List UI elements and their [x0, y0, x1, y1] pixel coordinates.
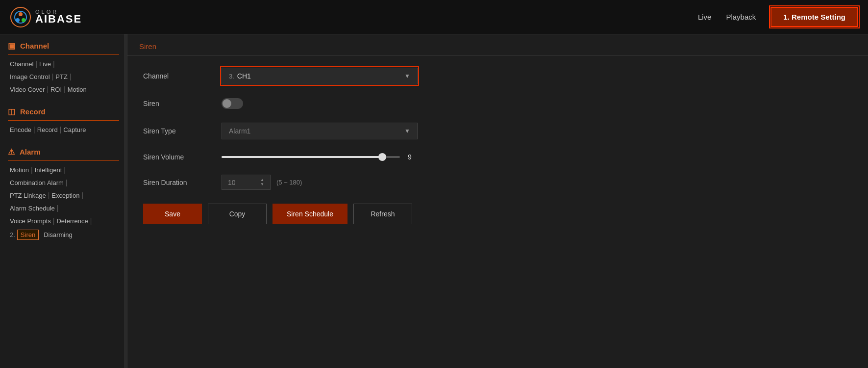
sidebar-alarm-links: Motion | Intelligent | Combination Alarm…: [8, 166, 119, 243]
duration-up[interactable]: ▲: [260, 178, 264, 182]
sidebar-channel-row3: Video Cover | ROI |: [10, 85, 68, 93]
sidebar-alarm-row1: Motion | Intelligent |: [10, 166, 68, 174]
siren-duration-container: 10 ▲ ▼ (5 ~ 180): [222, 175, 418, 190]
siren-type-arrow: ▼: [404, 128, 410, 134]
sidebar-link-deterrence[interactable]: Deterrence: [56, 217, 88, 225]
sidebar-alarm-title: ⚠ Alarm: [8, 147, 119, 161]
siren-duration-input[interactable]: 10 ▲ ▼: [222, 175, 271, 190]
svg-point-2: [19, 12, 23, 16]
slider-thumb: [378, 153, 386, 161]
sidebar-alarm-row3: PTZ Linkage | Exception |: [10, 191, 85, 199]
sidebar: ▣ Channel Channel | Live | Image Control…: [0, 34, 127, 368]
channel-row: Channel 3. CH1 ▼: [143, 68, 852, 84]
sidebar-link-capture[interactable]: Capture: [63, 126, 86, 133]
sidebar-link-live[interactable]: Live: [39, 60, 51, 68]
siren-type-row: Siren Type Alarm1 ▼: [143, 123, 852, 139]
sidebar-alarm-row4: Alarm Schedule |: [10, 204, 60, 212]
sidebar-channel-row2: Image Control | PTZ |: [10, 73, 74, 80]
logo-text: AIBASE: [35, 13, 82, 25]
action-buttons-row: Save Copy Siren Schedule Refresh: [143, 204, 852, 224]
sidebar-link-siren[interactable]: Siren: [17, 230, 39, 240]
nav-playback[interactable]: Playback: [726, 13, 756, 21]
remote-setting-button[interactable]: 1. Remote Setting: [770, 7, 858, 27]
sidebar-alarm-row5: Voice Prompts | Deterrence |: [10, 217, 94, 225]
form-area: Channel 3. CH1 ▼ Siren: [127, 56, 868, 236]
sidebar-alarm-row2: Combination Alarm |: [10, 179, 69, 186]
duration-spinners: ▲ ▼: [260, 178, 264, 186]
siren-schedule-button[interactable]: Siren Schedule: [273, 204, 347, 224]
header-nav: Live Playback 1. Remote Setting: [698, 7, 858, 27]
save-button[interactable]: Save: [143, 204, 202, 224]
sidebar-link-motion[interactable]: Motion: [68, 86, 87, 93]
siren-volume-slider-container: 9: [222, 153, 418, 161]
sidebar-link-ptz-linkage[interactable]: PTZ Linkage: [10, 192, 46, 199]
channel-dropdown-arrow: ▼: [404, 73, 410, 79]
sidebar-link-channel[interactable]: Channel: [10, 60, 33, 68]
siren-volume-value: 9: [408, 153, 418, 161]
sidebar-alarm-row6: 2. Siren Disarming: [10, 230, 73, 240]
sidebar-link-alarm-schedule[interactable]: Alarm Schedule: [10, 205, 55, 212]
sidebar-link-exception[interactable]: Exception: [51, 192, 79, 199]
channel-icon: ▣: [8, 41, 15, 51]
siren-type-dropdown[interactable]: Alarm1 ▼: [222, 123, 418, 139]
siren-toggle-label: Siren: [143, 100, 222, 107]
siren-duration-label: Siren Duration: [143, 179, 222, 186]
sidebar-channel-row1: Channel | Live |: [10, 60, 57, 68]
duration-down[interactable]: ▼: [260, 183, 264, 186]
svg-point-4: [22, 18, 25, 22]
svg-point-3: [16, 18, 20, 22]
siren-type-value: Alarm1: [229, 127, 404, 135]
refresh-button[interactable]: Refresh: [353, 204, 412, 224]
sidebar-channel-title: ▣ Channel: [8, 41, 119, 55]
sidebar-section-record: ◫ Record Encode | Record | Capture: [0, 100, 127, 140]
sidebar-channel-row4: Motion: [68, 85, 87, 93]
sidebar-record-row1: Encode | Record | Capture: [10, 126, 86, 133]
toggle-knob: [223, 99, 231, 108]
channel-dropdown[interactable]: 3. CH1 ▼: [222, 68, 418, 84]
siren-toggle[interactable]: [222, 98, 243, 109]
sidebar-link-roi[interactable]: ROI: [50, 86, 62, 93]
sidebar-section-channel: ▣ Channel Channel | Live | Image Control…: [0, 34, 127, 100]
sidebar-link-record[interactable]: Record: [37, 126, 58, 133]
record-icon: ◫: [8, 107, 15, 116]
siren-toggle-container: [222, 98, 418, 109]
sidebar-link-intelligent[interactable]: Intelligent: [35, 166, 62, 174]
copy-button[interactable]: Copy: [208, 204, 267, 224]
channel-select-container: 3. CH1 ▼: [222, 68, 418, 84]
sidebar-link-video-cover[interactable]: Video Cover: [10, 86, 45, 93]
siren-toggle-row: Siren: [143, 98, 852, 109]
logo-text-area: OLOR AIBASE: [35, 9, 82, 26]
sidebar-section-alarm: ⚠ Alarm Motion | Intelligent | Combinati…: [0, 140, 127, 247]
sidebar-link-disarming[interactable]: Disarming: [44, 231, 73, 238]
sidebar-link-combination-alarm[interactable]: Combination Alarm: [10, 179, 64, 186]
logo-area: OLOR AIBASE: [10, 6, 82, 28]
sidebar-link-encode[interactable]: Encode: [10, 126, 31, 133]
sidebar-record-title: ◫ Record: [8, 107, 119, 121]
sidebar-link-ptz[interactable]: PTZ: [55, 73, 68, 80]
header: OLOR AIBASE Live Playback 1. Remote Sett…: [0, 0, 868, 34]
siren-duration-row: Siren Duration 10 ▲ ▼ (5 ~ 180): [143, 175, 852, 190]
sidebar-record-links: Encode | Record | Capture: [8, 126, 119, 136]
siren-volume-label: Siren Volume: [143, 153, 222, 161]
slider-fill: [222, 156, 382, 158]
siren-sidebar-number: 2.: [10, 231, 15, 238]
nav-live[interactable]: Live: [698, 13, 712, 21]
content-area: Siren Channel 3. CH1 ▼ Siren: [127, 34, 868, 368]
siren-volume-row: Siren Volume 9: [143, 153, 852, 161]
svg-point-0: [11, 7, 30, 27]
channel-dropdown-value: CH1: [237, 72, 404, 80]
sidebar-link-image-control[interactable]: Image Control: [10, 73, 50, 80]
duration-hint: (5 ~ 180): [276, 179, 302, 186]
sidebar-link-alarm-motion[interactable]: Motion: [10, 166, 29, 174]
main-layout: ▣ Channel Channel | Live | Image Control…: [0, 34, 868, 368]
alarm-icon: ⚠: [8, 147, 15, 157]
sidebar-channel-links: Channel | Live | Image Control | PTZ | V…: [8, 60, 119, 96]
logo-icon: [10, 6, 31, 28]
sidebar-link-voice-prompts[interactable]: Voice Prompts: [10, 217, 51, 225]
channel-dropdown-number: 3.: [229, 73, 234, 80]
siren-volume-slider[interactable]: [222, 156, 400, 158]
sidebar-scrollbar[interactable]: [124, 34, 127, 368]
remote-setting-label: Remote Setting: [792, 13, 845, 21]
siren-volume-container: 9: [222, 153, 418, 161]
content-title: Siren: [127, 34, 868, 56]
